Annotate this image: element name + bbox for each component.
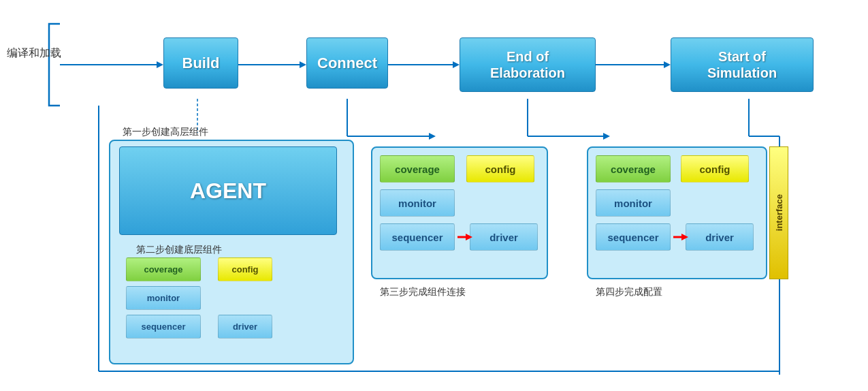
coverage-chip-left: coverage bbox=[126, 257, 201, 281]
svg-marker-7 bbox=[664, 61, 671, 68]
step1-label: 第一步创建高层组件 bbox=[123, 126, 208, 138]
build-phase-box: Build bbox=[163, 37, 238, 89]
config-chip-left: config bbox=[218, 257, 272, 281]
sequencer-chip-left: sequencer bbox=[126, 315, 201, 339]
start-simulation-label: Start ofSimulation bbox=[707, 48, 777, 81]
end-elaboration-phase-box: End ofElaboration bbox=[460, 37, 596, 92]
monitor-chip-right: monitor bbox=[596, 189, 671, 217]
svg-marker-3 bbox=[300, 61, 306, 68]
monitor-chip-mid: monitor bbox=[380, 189, 455, 217]
driver-chip-right: driver bbox=[686, 223, 754, 251]
svg-marker-5 bbox=[453, 61, 460, 68]
config-chip-right: config bbox=[681, 155, 749, 183]
svg-marker-23 bbox=[681, 234, 688, 240]
interface-label: interface bbox=[774, 194, 784, 231]
sequencer-chip-right: sequencer bbox=[596, 223, 671, 251]
config-chip-mid: config bbox=[466, 155, 534, 183]
driver-chip-left: driver bbox=[218, 315, 272, 339]
compile-load-label: 编译和加载 bbox=[7, 46, 61, 61]
step2-label: 第二步创建底层组件 bbox=[136, 244, 222, 256]
interface-strip: interface bbox=[769, 146, 788, 279]
monitor-chip-left: monitor bbox=[126, 286, 201, 310]
driver-chip-mid: driver bbox=[470, 223, 538, 251]
step4-label: 第四步完成配置 bbox=[596, 286, 662, 298]
connect-phase-box: Connect bbox=[306, 37, 388, 89]
coverage-chip-right: coverage bbox=[596, 155, 671, 183]
start-simulation-phase-box: Start ofSimulation bbox=[671, 37, 814, 92]
svg-marker-21 bbox=[466, 234, 472, 240]
svg-marker-14 bbox=[603, 133, 610, 140]
coverage-chip-mid: coverage bbox=[380, 155, 455, 183]
svg-marker-1 bbox=[157, 61, 163, 68]
agent-box: AGENT bbox=[119, 146, 337, 235]
step3-label: 第三步完成组件连接 bbox=[380, 286, 466, 298]
sequencer-chip-mid: sequencer bbox=[380, 223, 455, 251]
svg-marker-11 bbox=[429, 133, 436, 140]
end-elaboration-label: End ofElaboration bbox=[490, 48, 565, 81]
